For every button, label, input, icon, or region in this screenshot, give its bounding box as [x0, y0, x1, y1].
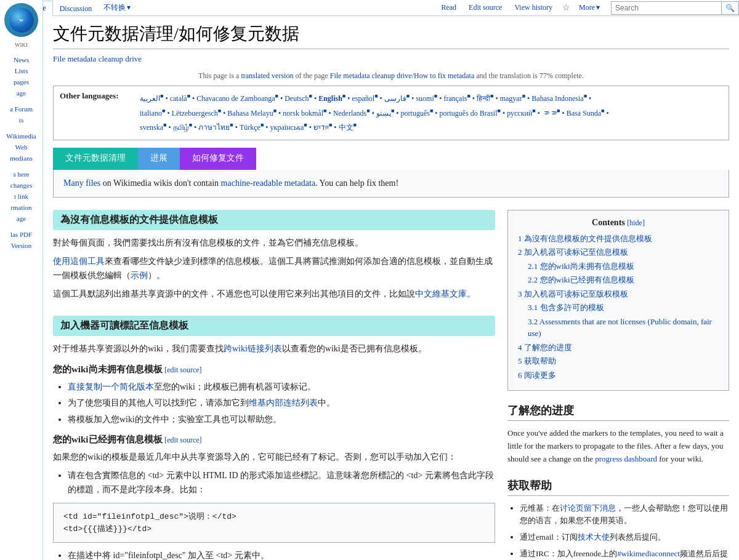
lang-suomi[interactable]: suomi	[416, 94, 434, 103]
crosswiki-link[interactable]: 跨wiki链接列表	[224, 344, 282, 353]
sidebar-ts[interactable]: ts	[2, 114, 40, 126]
lang-chavacano[interactable]: Chavacano de Zamboanga	[196, 94, 275, 103]
subtitle-link[interactable]: File metadata cleanup drive	[53, 54, 142, 63]
internal-link[interactable]: 维基内部连结列表	[249, 398, 318, 407]
original-page-link[interactable]: File metadata cleanup drive/How to fix m…	[330, 71, 475, 80]
library-link[interactable]: 中文維基文庫	[415, 289, 467, 298]
lang-magyar[interactable]: magyar	[500, 94, 522, 103]
lang-catala[interactable]: català	[170, 94, 187, 103]
sidebar-tlink[interactable]: t link	[2, 191, 40, 202]
more-dropdown[interactable]: More ▾	[574, 1, 605, 15]
sidebar-lists[interactable]: Lists	[2, 65, 40, 76]
sidebar-page[interactable]: age	[2, 87, 40, 98]
toc-item-3-2: 3.2 Assessments that are not licenses (P…	[528, 316, 719, 340]
example-link[interactable]: 示例	[131, 271, 148, 280]
search-input[interactable]	[611, 1, 722, 15]
copy-link[interactable]: 直接复制一个简化版本	[68, 382, 154, 391]
tool-link[interactable]: 使用這個工具	[53, 257, 105, 266]
lang-hindi[interactable]: हिन्दी	[477, 94, 490, 103]
talk-page-link[interactable]: 讨论页留下消息	[560, 503, 616, 513]
lang-myanmar[interactable]: ဘာသာ	[542, 109, 557, 118]
sidebar-web[interactable]: Web	[2, 142, 40, 153]
read-tab[interactable]: Read	[435, 1, 462, 15]
toc-link-6[interactable]: 6 阅读更多	[518, 370, 556, 380]
toc-link-5[interactable]: 5 获取帮助	[518, 356, 556, 366]
toc-link-3-2[interactable]: 3.2 Assessments that are not licenses (P…	[528, 317, 712, 338]
connect-link[interactable]: connect	[655, 549, 680, 558]
lang-tamil[interactable]: தமிழ்	[173, 123, 189, 132]
sidebar-here[interactable]: s here	[2, 169, 40, 180]
wiki-label: WIKI	[15, 42, 28, 48]
edit-source-tab[interactable]: Edit source	[462, 1, 508, 15]
sub1-edit-source[interactable]: [edit source]	[164, 366, 201, 374]
sidebar-wikimedia[interactable]: Wikimedia	[2, 130, 40, 142]
sub1-item-3: 将模板加入您wiki的文件中；实验室工具也可以帮助您。	[68, 413, 495, 426]
lang-portugues-brasil[interactable]: português do Brasil	[440, 109, 498, 118]
lang-letzeburgesch[interactable]: Lëtzebuergesch	[172, 109, 218, 118]
machine-readable-link[interactable]: machine-readable metadata	[221, 178, 316, 188]
toc-link-3[interactable]: 3 加入机器可读标记至版权模板	[518, 289, 628, 298]
sidebar-pages[interactable]: pages	[2, 76, 40, 87]
lang-turkce[interactable]: Türkçe	[240, 123, 260, 132]
lang-russian[interactable]: русский	[507, 109, 532, 118]
toc-hide-button[interactable]: [hide]	[627, 218, 645, 227]
tab-how-to-fix[interactable]: 如何修复文件	[180, 148, 256, 170]
view-history-tab[interactable]: View history	[508, 1, 559, 15]
sidebar-medians[interactable]: medians	[2, 153, 40, 164]
translated-version-link[interactable]: translated version	[241, 71, 293, 80]
lang-arabic[interactable]: العربية	[140, 94, 160, 103]
lang-espanol[interactable]: español	[352, 94, 375, 103]
many-files-link[interactable]: Many files	[63, 178, 100, 188]
toc-link-3-1[interactable]: 3.1 包含多許可的模板	[528, 303, 604, 312]
tech-ambassador-link[interactable]: 技术大使	[578, 532, 610, 542]
sub2-edit-source[interactable]: [edit source]	[164, 436, 201, 444]
sidebar-age[interactable]: age	[2, 213, 40, 224]
toc-item-6: 6 阅读更多	[518, 369, 719, 382]
lang-chinese[interactable]: 中文	[339, 123, 353, 132]
lang-yiddish[interactable]: ייִדיש	[313, 123, 329, 132]
section-1-header: 為沒有信息模板的文件提供信息模板	[53, 210, 495, 230]
translation-notice: This page is a translated version of the…	[53, 71, 729, 81]
sidebar-forum[interactable]: a Forum	[2, 103, 40, 114]
toc-link-2[interactable]: 2 加入机器可读标记至信息模板	[518, 247, 628, 257]
lang-bahasa-indonesia[interactable]: Bahasa Indonesia	[531, 94, 583, 103]
toc-link-1[interactable]: 1 為沒有信息模板的文件提供信息模板	[518, 234, 652, 243]
tab-progress[interactable]: 进展	[138, 148, 180, 170]
lang-nederlands[interactable]: Nederlands	[333, 109, 367, 118]
lang-thai[interactable]: ภาษาไทย	[198, 123, 230, 132]
sidebar-laspdf[interactable]: las PDF	[2, 229, 40, 240]
sidebar-information[interactable]: rmation	[2, 202, 40, 213]
section-1-para-1: 對於每個頁面，我們需要找出所有沒有信息模板的文件，並為它們補充信息模板。	[53, 236, 495, 250]
lang-pashto[interactable]: پښتو	[376, 109, 391, 118]
search-button[interactable]: 🔍	[722, 1, 739, 15]
lang-bahasa-melayu[interactable]: Bahasa Melayu	[227, 109, 273, 118]
lang-farsi[interactable]: فارسی	[384, 94, 406, 103]
progress-body: Once you've added the markers to the tem…	[507, 427, 729, 465]
notice-box: Many files on Wikimedia wikis don't cont…	[53, 170, 729, 198]
toc-item-2: 2 加入机器可读标记至信息模板	[518, 246, 719, 258]
star-button[interactable]: ☆	[559, 0, 574, 15]
lang-norsk[interactable]: norsk bokmål	[283, 109, 323, 118]
search-box: 🔍	[611, 1, 739, 15]
sidebar-news[interactable]: News	[2, 54, 40, 65]
lang-basa-sunda[interactable]: Basa Sunda	[567, 109, 601, 118]
wikimedia-irc-link[interactable]: #wikimedia	[617, 549, 655, 558]
toc-link-2-1[interactable]: 2.1 您的wiki尚未拥有信息模板	[528, 262, 634, 271]
progress-dashboard-link[interactable]: progress dashboard	[595, 454, 657, 463]
sub1-list: 直接复制一个简化版本至您的wiki；此模板已拥有机器可读标记。 为了使您项目的其…	[68, 380, 495, 426]
convert-dropdown[interactable]: 不转换 ▾	[99, 0, 135, 15]
tab-file-metadata[interactable]: 文件元数据清理	[53, 148, 138, 170]
lang-ukrainian[interactable]: українська	[270, 123, 304, 132]
lang-svenska[interactable]: svenska	[140, 123, 163, 132]
logo: W	[4, 3, 38, 37]
lang-portugues[interactable]: português	[401, 109, 430, 118]
toc-link-2-2[interactable]: 2.2 您的wiki已经拥有信息模板	[528, 275, 634, 284]
lang-deutsch[interactable]: Deutsch	[285, 94, 309, 103]
sidebar-changes[interactable]: changes	[2, 180, 40, 191]
discussion-tab[interactable]: Discussion	[53, 1, 99, 16]
sidebar-version[interactable]: Version	[2, 240, 40, 251]
toc-link-4[interactable]: 4 了解您的进度	[518, 343, 572, 352]
lang-francais[interactable]: français	[443, 94, 467, 103]
lang-english[interactable]: English	[318, 94, 342, 103]
lang-italiano[interactable]: italiano	[140, 109, 162, 118]
